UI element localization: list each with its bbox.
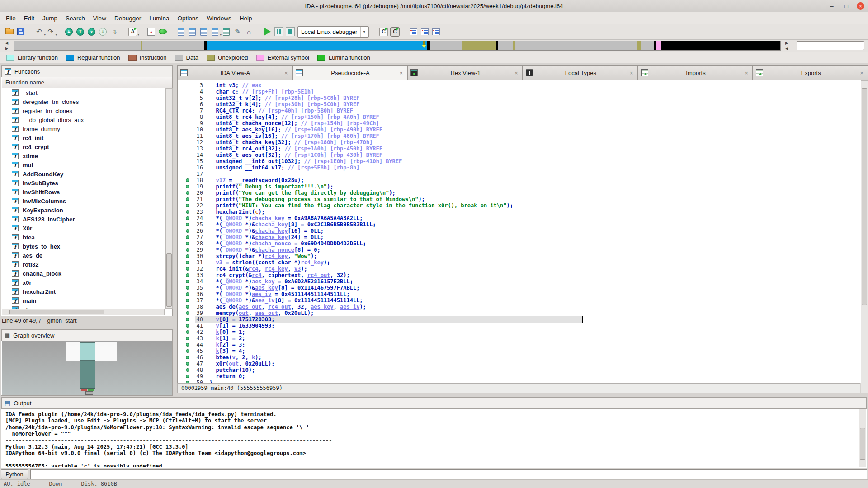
code-line[interactable]: 38 aes_de(aes_out, rc4_out, 32, aes_key,… <box>178 304 868 310</box>
code-line[interactable]: 20 printf("You can get the flag directly… <box>178 190 868 196</box>
tab-imports[interactable]: Imports× <box>638 65 753 80</box>
tab-close-icon[interactable]: × <box>743 70 750 76</box>
code-line[interactable]: 15 unsigned __int8 out[1032]; // [rsp+1E… <box>178 158 868 164</box>
code-line[interactable]: 34 *(_QWORD *)aes_key = 0xA6D2AE2816157E… <box>178 278 868 285</box>
function-list-item[interactable]: hexchar2int <box>2 287 165 296</box>
function-list-item[interactable]: __do_global_dtors_aux <box>2 115 165 124</box>
pseudocode-view[interactable]: 3 int v3; // eax4 char c; // [rsp+Fh] [r… <box>177 80 868 383</box>
edit-function-icon[interactable]: ✎ <box>232 26 243 38</box>
menu-view[interactable]: View <box>89 14 110 23</box>
function-list-item[interactable]: _term_proc <box>2 305 165 309</box>
pause-process-icon[interactable] <box>273 26 284 38</box>
code-line[interactable]: 33 rc4_crypt(&rc4, ciphertext, rc4_out, … <box>178 272 868 278</box>
graph-overview-canvas[interactable] <box>2 341 172 395</box>
paste-icon[interactable] <box>187 26 198 38</box>
code-line[interactable]: 48 putchar(10); <box>178 367 868 373</box>
function-list-item[interactable]: x0r <box>2 278 165 287</box>
compile-c-icon[interactable]: C <box>378 26 389 38</box>
code-line[interactable]: 29 *(_DWORD *)&chacha_nonce[8] = 0; <box>178 247 868 253</box>
save-file-icon[interactable] <box>15 26 26 38</box>
function-list-item[interactable]: mul <box>2 160 165 169</box>
function-list-item[interactable]: rc4_crypt <box>2 142 165 151</box>
lumina-icon[interactable] <box>157 26 168 38</box>
band-scroll-left-buttons[interactable]: ◀▶ <box>4 41 10 51</box>
tab-close-icon[interactable]: × <box>859 70 865 76</box>
navigation-band[interactable] <box>14 41 781 51</box>
copy-icon[interactable] <box>175 26 187 38</box>
functions-vertical-scrollbar[interactable] <box>165 88 173 309</box>
band-arrow-icon[interactable]: ▶ <box>783 41 790 45</box>
code-line[interactable]: 23 hexchar2int(c); <box>178 209 868 215</box>
code-line[interactable]: 6 uint32_t k[4]; // [rsp+30h] [rbp-5C0h]… <box>178 101 868 108</box>
function-list-item[interactable]: bytes_to_hex <box>2 242 165 251</box>
code-line[interactable]: 12 uint8_t chacha_key[32]; // [rsp+180h]… <box>178 139 868 145</box>
minimize-button[interactable]: – <box>828 2 836 10</box>
jump-address-icon[interactable]: ↴ <box>108 26 120 38</box>
python-command-input[interactable] <box>30 469 867 479</box>
scroll-up-icon[interactable] <box>859 409 866 416</box>
function-list-item[interactable]: frame_dummy <box>2 124 165 133</box>
band-arrow-icon[interactable]: ◀ <box>4 41 10 45</box>
code-line[interactable]: 40 v[0] = 1751720303; <box>178 316 868 323</box>
menu-help[interactable]: Help <box>236 14 256 23</box>
tab-exports[interactable]: Exports× <box>753 65 868 80</box>
menu-edit[interactable]: Edit <box>20 14 38 23</box>
scrollbar-thumb[interactable] <box>166 253 172 307</box>
function-list-item[interactable]: AddRoundKey <box>2 169 165 178</box>
code-line[interactable]: 7 RC4_CTX rc4; // [rsp+40h] [rbp-5B0h] B… <box>178 108 868 114</box>
function-list-item[interactable]: X0r <box>2 224 165 233</box>
scroll-down-icon[interactable] <box>861 386 868 393</box>
continue-process-icon[interactable] <box>262 26 273 38</box>
tab-local-types[interactable]: Local Types× <box>523 65 638 80</box>
code-line[interactable]: 44 k[2] = 3; <box>178 342 868 348</box>
output-panel-titlebar[interactable]: ▤ Output <box>1 397 867 409</box>
code-line[interactable]: 4 char c; // [rsp+Fh] [rbp-5E1h] <box>178 89 868 95</box>
watch-list-icon[interactable] <box>430 26 442 38</box>
code-line[interactable]: 45 k[3] = 4; <box>178 348 868 354</box>
code-line[interactable]: 18 v17 = __readfsqword(0x28u); <box>178 177 868 183</box>
patch-icon[interactable] <box>198 26 209 38</box>
code-line[interactable]: 43 k[1] = 2; <box>178 335 868 342</box>
code-line[interactable]: 14 uint8_t aes_out[32]; // [rsp+1C0h] [r… <box>178 152 868 158</box>
code-line[interactable]: 16 unsigned __int64 v17; // [rsp+5E8h] [… <box>178 164 868 171</box>
code-line[interactable]: 3 int v3; // eax <box>178 82 868 89</box>
menu-search[interactable]: Search <box>61 14 89 23</box>
function-name-column-header[interactable]: Function name <box>2 77 172 88</box>
code-line[interactable]: 24 *(_QWORD *)chacha_key = 0xA9A8A7A6A5A… <box>178 215 868 221</box>
band-arrow-icon[interactable]: ▶ <box>4 46 10 51</box>
code-line[interactable]: 10 uint8_t aes_key[16]; // [rsp+160h] [r… <box>178 127 868 133</box>
function-list-item[interactable]: AES128_InvCipher <box>2 215 165 224</box>
windows-list-icon[interactable] <box>221 26 232 38</box>
menu-windows[interactable]: Windows <box>203 14 236 23</box>
compile-run-icon[interactable]: C <box>389 26 401 38</box>
code-line[interactable]: 27 *(_QWORD *)&chacha_key[24] = 0LL; <box>178 234 868 240</box>
code-line[interactable]: 31 v3 = strlen((const char *)rc4_key); <box>178 259 868 266</box>
open-file-icon[interactable] <box>4 26 15 38</box>
code-line[interactable]: 5 uint32_t v[2]; // [rsp+28h] [rbp-5C8h]… <box>178 95 868 101</box>
interpreter-select-button[interactable]: Python <box>1 469 28 479</box>
tab-close-icon[interactable]: × <box>513 70 519 76</box>
code-line[interactable]: 47 x0r(out, 0x20uLL); <box>178 361 868 367</box>
scrollbar-thumb[interactable] <box>860 428 865 460</box>
code-line[interactable]: 11 uint8_t aes_iv[16]; // [rsp+170h] [rb… <box>178 133 868 139</box>
rename-icon[interactable]: A▾ <box>127 26 138 38</box>
output-log[interactable]: IDA Feeds plugin (/home/24k/ida-pro-9.0/… <box>2 409 859 467</box>
output-window-icon[interactable] <box>408 26 419 38</box>
scroll-left-icon[interactable] <box>2 309 9 315</box>
code-line[interactable]: 42 k[0] = 1; <box>178 329 868 335</box>
output-vertical-scrollbar[interactable] <box>859 409 866 467</box>
maximize-button[interactable]: □ <box>842 2 850 10</box>
tab-hex-view-1[interactable]: Hex View-1× <box>407 65 523 80</box>
code-line[interactable]: 22 printf("HINT: You can find the flag c… <box>178 202 868 209</box>
function-list-item[interactable]: rc4_init <box>2 133 165 142</box>
function-list-item[interactable]: register_tm_clones <box>2 106 165 115</box>
function-list-item[interactable]: aes_de <box>2 251 165 260</box>
functions-horizontal-scrollbar[interactable] <box>2 309 165 315</box>
tab-close-icon[interactable]: × <box>398 70 404 76</box>
function-list-item[interactable]: xtime <box>2 151 165 160</box>
tab-close-icon[interactable]: × <box>628 70 635 76</box>
xrefs-icon[interactable]: x <box>86 26 97 38</box>
code-line[interactable]: 32 rc4_init(&rc4, rc4_key, v3); <box>178 266 868 272</box>
home-icon[interactable]: ⌂ <box>243 26 255 38</box>
code-line[interactable]: 21 printf("The debugging process is simi… <box>178 196 868 202</box>
